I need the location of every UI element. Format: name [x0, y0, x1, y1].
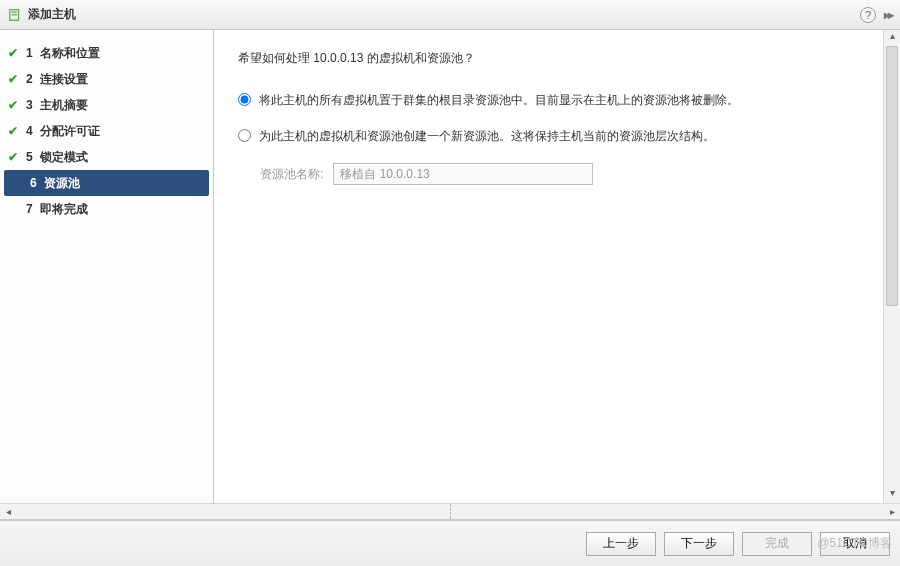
next-button[interactable]: 下一步 — [664, 532, 734, 556]
vertical-scrollbar[interactable]: ▴ ▾ — [883, 30, 900, 503]
step-label: 名称和位置 — [40, 45, 100, 62]
step-label: 资源池 — [44, 175, 80, 192]
option-root-pool-radio[interactable] — [238, 93, 251, 106]
step-label: 锁定模式 — [40, 149, 88, 166]
step-host-summary[interactable]: ✔ 3 主机摘要 — [0, 92, 213, 118]
option-new-pool-radio[interactable] — [238, 129, 251, 142]
scroll-left-arrow-icon[interactable]: ◂ — [0, 506, 16, 517]
help-icon[interactable]: ? — [860, 7, 876, 23]
step-number: 7 — [26, 202, 40, 216]
scroll-up-arrow-icon[interactable]: ▴ — [884, 30, 900, 46]
host-icon — [8, 8, 22, 22]
scroll-right-arrow-icon[interactable]: ▸ — [884, 506, 900, 517]
step-ready-to-complete[interactable]: ✔ 7 即将完成 — [0, 196, 213, 222]
splitter-handle-icon[interactable] — [450, 504, 451, 519]
step-number: 4 — [26, 124, 40, 138]
window-titlebar: 添加主机 ? ▸▸ — [0, 0, 900, 30]
page-prompt: 希望如何处理 10.0.0.13 的虚拟机和资源池？ — [238, 50, 876, 67]
scroll-down-arrow-icon[interactable]: ▾ — [884, 487, 900, 503]
check-icon: ✔ — [8, 98, 22, 112]
step-connection[interactable]: ✔ 2 连接设置 — [0, 66, 213, 92]
forward-icon[interactable]: ▸▸ — [884, 8, 892, 22]
step-label: 连接设置 — [40, 71, 88, 88]
scroll-track[interactable] — [16, 504, 884, 519]
option-new-pool-label: 为此主机的虚拟机和资源池创建一个新资源池。这将保持主机当前的资源池层次结构。 — [259, 127, 715, 145]
wizard-steps-sidebar: ✔ 1 名称和位置 ✔ 2 连接设置 ✔ 3 主机摘要 ✔ 4 分配许可证 ✔ … — [0, 30, 214, 519]
wizard-content-panel: 希望如何处理 10.0.0.13 的虚拟机和资源池？ 将此主机的所有虚拟机置于群… — [214, 30, 900, 519]
step-number: 1 — [26, 46, 40, 60]
check-icon: ✔ — [8, 150, 22, 164]
svg-rect-1 — [12, 11, 17, 12]
window-title: 添加主机 — [28, 6, 860, 23]
scroll-track[interactable] — [884, 46, 900, 487]
check-icon: ✔ — [8, 46, 22, 60]
step-number: 3 — [26, 98, 40, 112]
check-icon: ✔ — [8, 124, 22, 138]
scroll-thumb[interactable] — [886, 46, 898, 306]
horizontal-scrollbar[interactable]: ◂ ▸ — [0, 503, 900, 520]
finish-button: 完成 — [742, 532, 812, 556]
check-icon: ✔ — [8, 72, 22, 86]
option-root-pool-row: 将此主机的所有虚拟机置于群集的根目录资源池中。目前显示在主机上的资源池将被删除。 — [238, 91, 876, 109]
svg-rect-2 — [12, 14, 17, 15]
step-label: 分配许可证 — [40, 123, 100, 140]
pool-name-input[interactable] — [333, 163, 593, 185]
step-number: 2 — [26, 72, 40, 86]
wizard-footer: 上一步 下一步 完成 取消 @51CTO博客 — [0, 520, 900, 566]
option-root-pool-label: 将此主机的所有虚拟机置于群集的根目录资源池中。目前显示在主机上的资源池将被删除。 — [259, 91, 739, 109]
cancel-button[interactable]: 取消 — [820, 532, 890, 556]
pool-name-row: 资源池名称: — [260, 163, 876, 185]
pool-name-label: 资源池名称: — [260, 166, 323, 183]
step-number: 6 — [30, 176, 44, 190]
step-number: 5 — [26, 150, 40, 164]
step-label: 主机摘要 — [40, 97, 88, 114]
step-name-location[interactable]: ✔ 1 名称和位置 — [0, 40, 213, 66]
step-assign-license[interactable]: ✔ 4 分配许可证 — [0, 118, 213, 144]
step-label: 即将完成 — [40, 201, 88, 218]
option-new-pool-row: 为此主机的虚拟机和资源池创建一个新资源池。这将保持主机当前的资源池层次结构。 — [238, 127, 876, 145]
step-lockdown-mode[interactable]: ✔ 5 锁定模式 — [0, 144, 213, 170]
back-button[interactable]: 上一步 — [586, 532, 656, 556]
step-resource-pool[interactable]: ✔ 6 资源池 — [4, 170, 209, 196]
